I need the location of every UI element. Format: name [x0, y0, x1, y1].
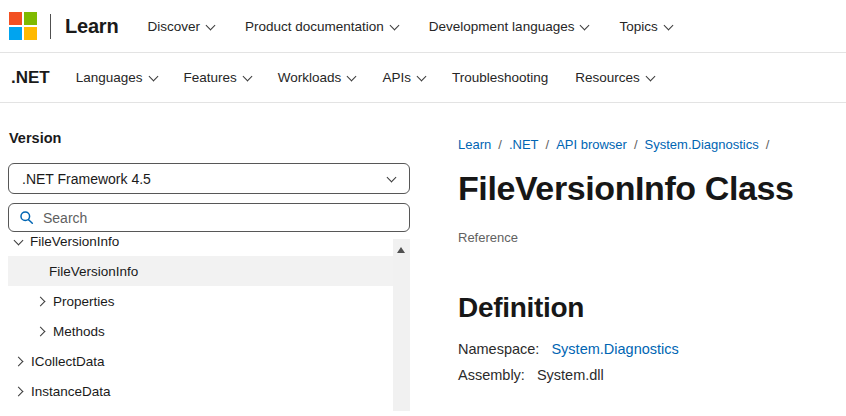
chevron-down-icon	[580, 20, 590, 30]
tree-item-properties[interactable]: Properties	[8, 286, 393, 316]
tree-item-instancedata[interactable]: InstanceData	[8, 376, 393, 406]
version-dropdown[interactable]: .NET Framework 4.5	[8, 163, 410, 194]
tree-item-instancedatacollection[interactable]: InstanceDataCollection	[8, 406, 393, 411]
breadcrumb-link-dotnet[interactable]: .NET	[509, 137, 539, 152]
namespace-link[interactable]: System.Diagnostics	[551, 341, 678, 357]
logo-square-red	[9, 12, 22, 25]
chevron-down-icon	[663, 20, 673, 30]
nav-item-topics[interactable]: Topics	[619, 19, 671, 34]
logo-square-blue	[9, 27, 22, 40]
api-tree-rows: FileVersionInfo FileVersionInfo Properti…	[8, 236, 393, 411]
header-divider	[50, 14, 51, 39]
assembly-row: Assembly: System.dll	[458, 367, 838, 383]
assembly-value: System.dll	[537, 367, 604, 383]
top-navigation: Discover Product documentation Developme…	[147, 19, 671, 34]
namespace-label: Namespace:	[458, 341, 539, 357]
subnav-item-label: Features	[184, 70, 237, 85]
breadcrumb-link-api-browser[interactable]: API browser	[556, 137, 627, 152]
subnav-item-features[interactable]: Features	[184, 70, 251, 85]
page-title: FileVersionInfo Class	[458, 169, 838, 208]
assembly-label: Assembly:	[458, 367, 525, 383]
subnav-items: Languages Features Workloads APIs Troubl…	[76, 70, 654, 85]
nav-item-discover[interactable]: Discover	[147, 19, 214, 34]
reference-kind-label: Reference	[458, 230, 838, 245]
chevron-down-icon	[148, 72, 158, 82]
chevron-down-icon	[242, 72, 252, 82]
subnav-item-languages[interactable]: Languages	[76, 70, 157, 85]
tree-item-fileversioninfo-parent[interactable]: FileVersionInfo	[8, 236, 393, 256]
nav-item-development-languages[interactable]: Development languages	[429, 19, 589, 34]
tree-item-label: Properties	[53, 294, 115, 309]
subnav-item-label: Troubleshooting	[452, 70, 548, 85]
search-icon	[19, 210, 34, 225]
article-content: Learn / .NET / API browser / System.Diag…	[458, 104, 838, 383]
chevron-down-icon	[645, 72, 655, 82]
breadcrumb-link-system-diagnostics[interactable]: System.Diagnostics	[645, 137, 759, 152]
chevron-right-icon	[14, 356, 24, 366]
definition-heading: Definition	[458, 292, 838, 324]
version-label: Version	[9, 130, 410, 146]
tree-item-icollectdata[interactable]: ICollectData	[8, 346, 393, 376]
logo-square-green	[24, 12, 37, 25]
tree-item-label: ICollectData	[31, 354, 105, 369]
nav-item-label: Product documentation	[245, 19, 384, 34]
subnav-item-resources[interactable]: Resources	[575, 70, 654, 85]
subnav-item-troubleshooting[interactable]: Troubleshooting	[452, 70, 548, 85]
subnav-item-label: Workloads	[278, 70, 342, 85]
microsoft-logo-icon[interactable]	[9, 12, 37, 40]
version-dropdown-value: .NET Framework 4.5	[22, 171, 151, 187]
logo-square-yellow	[24, 27, 37, 40]
chevron-down-icon	[389, 20, 399, 30]
tree-item-label: FileVersionInfo	[49, 264, 138, 279]
subnav-item-label: Resources	[575, 70, 640, 85]
breadcrumb: Learn / .NET / API browser / System.Diag…	[458, 137, 838, 152]
product-subnav: .NET Languages Features Workloads APIs T…	[0, 53, 846, 103]
tree-item-label: Methods	[53, 324, 105, 339]
breadcrumb-separator: /	[546, 137, 550, 152]
chevron-down-icon	[14, 236, 24, 245]
subnav-item-label: Languages	[76, 70, 143, 85]
site-header: Learn Discover Product documentation Dev…	[0, 0, 846, 53]
dotnet-brand-link[interactable]: .NET	[11, 68, 50, 88]
tree-scrollbar[interactable]	[393, 239, 410, 411]
chevron-down-icon	[347, 72, 357, 82]
subnav-item-workloads[interactable]: Workloads	[278, 70, 356, 85]
nav-item-product-documentation[interactable]: Product documentation	[245, 19, 398, 34]
breadcrumb-link-learn[interactable]: Learn	[458, 137, 491, 152]
breadcrumb-separator: /	[634, 137, 638, 152]
chevron-down-icon	[416, 72, 426, 82]
namespace-row: Namespace: System.Diagnostics	[458, 341, 838, 357]
chevron-right-icon	[36, 296, 46, 306]
subnav-item-apis[interactable]: APIs	[382, 70, 425, 85]
nav-item-label: Development languages	[429, 19, 575, 34]
api-browser-sidebar: Version .NET Framework 4.5 FileVersionIn…	[8, 104, 410, 411]
chevron-right-icon	[36, 326, 46, 336]
nav-item-label: Discover	[147, 19, 200, 34]
search-input[interactable]	[43, 210, 399, 226]
subnav-item-label: APIs	[382, 70, 411, 85]
breadcrumb-separator: /	[766, 137, 770, 152]
chevron-down-icon	[387, 172, 397, 182]
nav-item-label: Topics	[619, 19, 657, 34]
tree-item-fileversioninfo-overview[interactable]: FileVersionInfo	[8, 256, 393, 286]
learn-brand-link[interactable]: Learn	[65, 15, 118, 38]
chevron-right-icon	[14, 386, 24, 396]
breadcrumb-separator: /	[498, 137, 502, 152]
sidebar-search-box	[8, 203, 410, 232]
tree-item-label: InstanceData	[31, 384, 111, 399]
tree-item-methods[interactable]: Methods	[8, 316, 393, 346]
scroll-up-icon[interactable]	[397, 247, 405, 253]
tree-item-label: FileVersionInfo	[30, 236, 119, 249]
chevron-down-icon	[206, 20, 216, 30]
api-tree: FileVersionInfo FileVersionInfo Properti…	[8, 236, 410, 411]
